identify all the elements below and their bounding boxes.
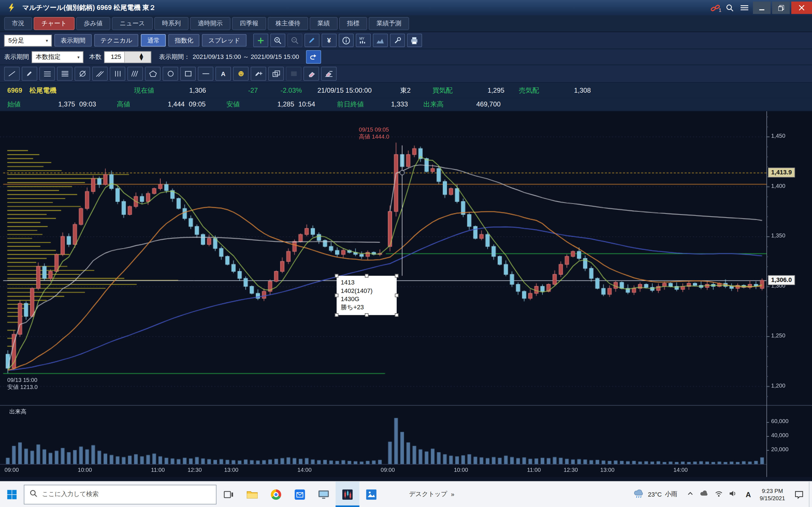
ime-indicator[interactable]: A	[741, 490, 756, 498]
tab-earnings[interactable]: 業績	[310, 17, 338, 30]
task-view-icon[interactable]	[216, 482, 240, 507]
note-handle[interactable]	[335, 274, 338, 278]
x-axis-label: 10:00	[78, 467, 92, 473]
copy-icon[interactable]	[268, 67, 284, 81]
volume-pane-label: 出来高	[9, 407, 27, 415]
window-bottom-strip	[0, 477, 812, 481]
network-icon[interactable]	[715, 490, 723, 499]
minimize-button[interactable]	[753, 2, 770, 14]
tab-tick[interactable]: 歩み値	[76, 17, 110, 30]
rect-icon[interactable]	[180, 67, 196, 81]
indexed-button[interactable]: 指数化	[168, 34, 200, 47]
x-axis-label: 12:30	[188, 467, 202, 473]
zoom-in-icon[interactable]	[270, 34, 285, 47]
hlines-dense-icon[interactable]	[57, 67, 72, 81]
link-icon[interactable]: 1	[708, 2, 722, 13]
settings-icon[interactable]	[390, 34, 405, 47]
weather-widget[interactable]: 23°C 小雨	[628, 489, 682, 500]
tab-chart[interactable]: チャート	[34, 17, 74, 30]
tab-disclosure[interactable]: 適時開示	[190, 17, 231, 30]
hatch-icon[interactable]	[128, 67, 143, 81]
pentagon-icon[interactable]	[145, 67, 160, 81]
hline-icon[interactable]	[198, 67, 213, 81]
volume-icon[interactable]	[728, 490, 737, 499]
screen-share-icon[interactable]	[312, 482, 336, 507]
note-handle[interactable]	[395, 293, 399, 297]
yen-icon[interactable]: ¥	[321, 34, 336, 47]
interval-select[interactable]: 5分足▼	[4, 34, 52, 46]
price-chart-canvas[interactable]	[0, 111, 812, 477]
technical-button[interactable]: テクニカル	[94, 34, 139, 47]
restore-button[interactable]	[772, 2, 790, 14]
hlines-icon[interactable]	[40, 67, 55, 81]
taskbar-search-input[interactable]: ここに入力して検索	[24, 485, 216, 504]
zoom-out-icon[interactable]	[287, 34, 302, 47]
stamp-icon[interactable]	[233, 67, 249, 81]
tab-timeseries[interactable]: 時系列	[154, 17, 188, 30]
count-mode-select[interactable]: 本数指定▼	[32, 51, 84, 63]
note-handle[interactable]	[365, 313, 368, 317]
my-chart-icon[interactable]: MY	[356, 34, 370, 47]
alert-price-tag[interactable]: 1,413.9	[768, 167, 795, 177]
tab-benefit[interactable]: 株主優待	[268, 17, 308, 30]
clock-date: 9/15/2021	[760, 494, 785, 502]
high-label: 高値	[117, 100, 130, 109]
volume-axis-label: 60,000	[771, 418, 789, 424]
select-icon[interactable]	[286, 67, 301, 81]
add-icon[interactable]	[253, 34, 268, 47]
normal-button[interactable]: 通常	[141, 34, 166, 47]
desktop-toolbar[interactable]: デスクトップ »	[404, 490, 460, 499]
note-handle[interactable]	[365, 274, 368, 278]
info-icon[interactable]	[339, 34, 354, 47]
hidden-icons-icon[interactable]	[687, 490, 694, 499]
note-handle[interactable]	[335, 293, 338, 297]
trading-app-icon[interactable]	[336, 482, 359, 507]
taskbar-clock[interactable]: 9:23 PM 9/15/2021	[756, 487, 789, 501]
period-button[interactable]: 表示期間	[54, 34, 92, 47]
undo-icon[interactable]	[306, 50, 321, 64]
menu-icon[interactable]	[737, 2, 751, 13]
spread-button[interactable]: スプレッド	[202, 34, 246, 47]
text-icon[interactable]: A	[215, 67, 231, 81]
onedrive-icon[interactable]	[700, 490, 709, 499]
gann-icon[interactable]	[74, 67, 90, 81]
tab-forecast[interactable]: 業績予測	[369, 17, 409, 30]
print-icon[interactable]	[407, 34, 422, 47]
tab-shikiho[interactable]: 四季報	[232, 17, 266, 30]
bid-price: 1,295	[463, 87, 504, 94]
note-annotation[interactable]: 14131402(1407)1430G勝ち+23	[337, 276, 397, 315]
area-chart-icon[interactable]	[373, 34, 388, 47]
close-button[interactable]	[792, 2, 812, 14]
bar-count-input[interactable]: 125 ▲▼	[104, 51, 151, 63]
chrome-icon[interactable]	[264, 482, 288, 507]
photos-icon[interactable]	[359, 482, 383, 507]
low-annotation-line: 09/13 15:00	[7, 376, 38, 383]
note-handle[interactable]	[395, 274, 399, 278]
note-handle[interactable]	[335, 313, 338, 317]
search-icon[interactable]	[722, 2, 737, 13]
spinner-arrows-icon[interactable]: ▲▼	[124, 52, 151, 62]
file-explorer-icon[interactable]	[240, 482, 264, 507]
start-button[interactable]	[0, 482, 24, 507]
mail-icon[interactable]	[288, 482, 312, 507]
x-axis-label: 11:00	[151, 467, 165, 473]
pencil-plus-icon[interactable]	[251, 67, 266, 81]
x-axis-label: 13:00	[600, 467, 615, 473]
vlines-icon[interactable]	[110, 67, 125, 81]
period-label: 表示期間	[4, 52, 29, 61]
action-center-icon[interactable]	[789, 490, 809, 499]
trendline-icon[interactable]	[4, 67, 20, 81]
pencil-icon[interactable]	[22, 67, 37, 81]
ellipse-icon[interactable]	[163, 67, 178, 81]
tab-indicator[interactable]: 指標	[339, 17, 367, 30]
clear-all-icon[interactable]	[321, 67, 337, 81]
quote-row-secondary: 始値 1,375 09:03 高値 1,444 09:05 安値 1,285 1…	[0, 98, 812, 111]
eraser-icon[interactable]	[303, 67, 319, 81]
tab-news[interactable]: ニュース	[112, 17, 153, 30]
note-handle[interactable]	[395, 313, 399, 317]
tab-market[interactable]: 市況	[4, 17, 32, 30]
channel-icon[interactable]	[92, 67, 108, 81]
chevron-down-icon: ▼	[45, 39, 49, 42]
show-desktop-button[interactable]	[809, 482, 812, 507]
draw-icon[interactable]	[305, 34, 319, 47]
